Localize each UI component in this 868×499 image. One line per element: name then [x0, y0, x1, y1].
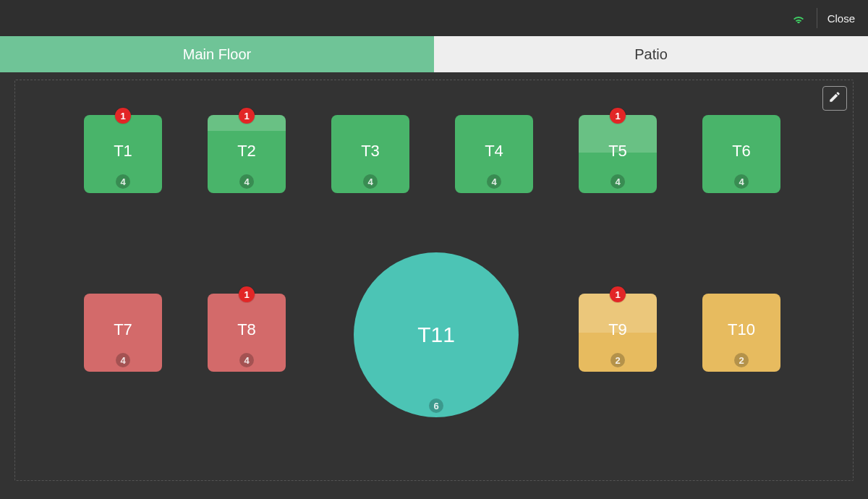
table-label: T2	[237, 142, 256, 161]
table-label: T9	[608, 320, 627, 339]
table-label: T4	[485, 142, 503, 161]
table-t8[interactable]: T841	[208, 294, 286, 372]
table-seats: 4	[239, 174, 254, 189]
table-label: T11	[417, 323, 455, 347]
top-bar: Close	[0, 0, 868, 36]
table-seats: 4	[363, 174, 378, 189]
table-seats: 2	[734, 353, 749, 367]
table-seats: 4	[239, 353, 254, 367]
table-t9[interactable]: T921	[579, 294, 657, 372]
floor-plan: T141T241T34T44T541T64T74T841T921T102T116	[14, 80, 854, 481]
tab-patio[interactable]: Patio	[434, 36, 868, 72]
table-notification-badge: 1	[610, 108, 626, 124]
table-t6[interactable]: T64	[702, 115, 780, 193]
table-t2[interactable]: T241	[208, 115, 286, 193]
table-notification-badge: 1	[610, 286, 626, 302]
tab-main-floor[interactable]: Main Floor	[0, 36, 434, 72]
table-label: T5	[608, 142, 627, 161]
table-t1[interactable]: T141	[84, 115, 162, 193]
wifi-icon	[791, 12, 807, 24]
table-seats: 4	[610, 174, 625, 189]
table-notification-badge: 1	[239, 108, 255, 124]
pencil-icon	[828, 90, 841, 106]
edit-floor-button[interactable]	[822, 86, 847, 111]
table-label: T7	[114, 320, 132, 339]
table-seats: 6	[429, 398, 443, 413]
table-t5[interactable]: T541	[579, 115, 657, 193]
table-seats: 4	[116, 353, 130, 367]
table-seats: 4	[116, 174, 130, 189]
table-seats: 2	[610, 353, 625, 367]
table-t10[interactable]: T102	[702, 294, 780, 372]
close-button[interactable]: Close	[827, 12, 855, 25]
table-seats: 4	[734, 174, 749, 189]
table-notification-badge: 1	[239, 286, 255, 302]
floor-tabs: Main Floor Patio	[0, 36, 868, 72]
table-t4[interactable]: T44	[455, 115, 533, 193]
table-label: T1	[114, 142, 132, 161]
floor-wrap: T141T241T34T44T541T64T74T841T921T102T116	[0, 72, 868, 499]
table-label: T3	[361, 142, 380, 161]
table-t7[interactable]: T74	[84, 294, 162, 372]
table-seats: 4	[487, 174, 501, 189]
table-label: T10	[728, 320, 755, 339]
table-label: T8	[237, 320, 256, 339]
table-label: T6	[732, 142, 751, 161]
divider	[817, 8, 817, 28]
table-t11[interactable]: T116	[354, 252, 519, 417]
table-t3[interactable]: T34	[331, 115, 409, 193]
table-notification-badge: 1	[115, 108, 131, 124]
